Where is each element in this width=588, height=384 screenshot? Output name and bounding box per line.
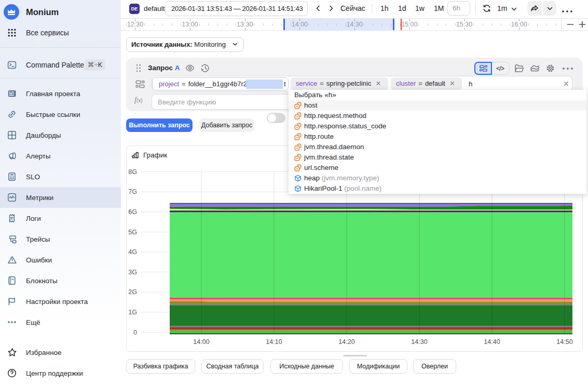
svg-text:8G: 8G <box>128 168 137 176</box>
svg-text:14:30: 14:30 <box>411 338 427 346</box>
svg-text:14:50: 14:50 <box>556 338 572 346</box>
svg-text:3G: 3G <box>128 269 137 276</box>
svg-text:2G: 2G <box>128 288 137 296</box>
svg-text:0: 0 <box>133 329 137 336</box>
svg-text:14:10: 14:10 <box>266 338 282 346</box>
svg-text:14:00: 14:00 <box>193 338 209 346</box>
svg-text:1G: 1G <box>128 309 137 316</box>
svg-text:14:40: 14:40 <box>484 338 500 346</box>
svg-text:14:20: 14:20 <box>338 338 354 346</box>
svg-text:7G: 7G <box>128 188 137 195</box>
svg-text:5G: 5G <box>128 229 137 236</box>
svg-text:6G: 6G <box>128 208 137 216</box>
svg-text:4G: 4G <box>128 248 137 256</box>
